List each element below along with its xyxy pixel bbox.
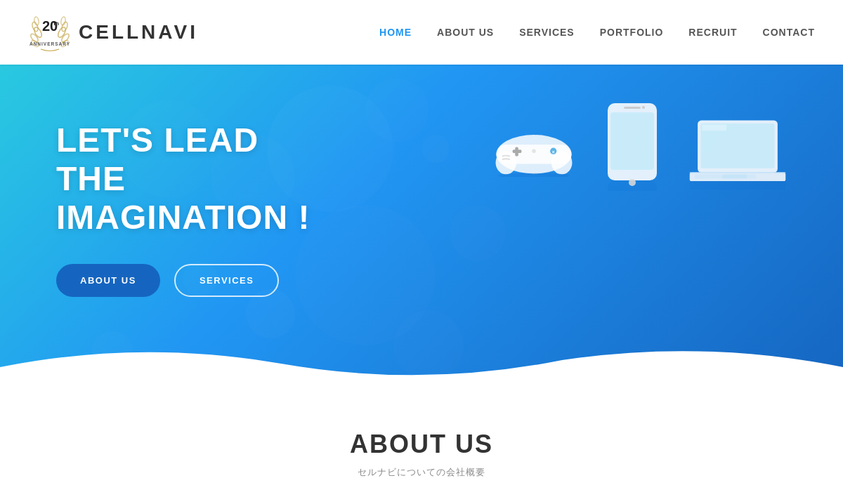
logo-badge: 20 th ANNIVERSARY [28, 7, 72, 58]
logo-area: 20 th ANNIVERSARY CELLNAVI [28, 7, 198, 58]
nav-home[interactable]: HOME [379, 27, 412, 38]
logo-name: CELLNAVI [79, 21, 198, 44]
svg-point-21 [532, 149, 536, 153]
svg-rect-34 [722, 174, 747, 178]
about-title: ABOUT US [28, 430, 815, 459]
hero-devices: × [492, 100, 787, 191]
svg-rect-26 [624, 107, 641, 109]
svg-text:ANNIVERSARY: ANNIVERSARY [30, 41, 70, 46]
main-nav: HOME ABOUT US SERVICES PORTFOLIO RECRUIT… [379, 27, 815, 38]
hero-buttons: ABOUT US SERVICES [56, 264, 843, 297]
services-button[interactable]: SERVICES [174, 264, 280, 297]
svg-rect-24 [610, 112, 654, 170]
nav-recruit[interactable]: RECRUIT [688, 27, 737, 38]
gamepad-icon: × [492, 119, 576, 177]
about-subtitle: セルナビについての会社概要 [28, 466, 815, 479]
about-section: ABOUT US セルナビについての会社概要 [0, 394, 843, 493]
svg-text:th: th [53, 20, 59, 27]
header: 20 th ANNIVERSARY CELLNAVI HOME ABOUT US… [0, 0, 843, 65]
svg-point-27 [642, 106, 645, 109]
hero-headline: LET'S LEAD THE IMAGINATION ! [56, 121, 393, 237]
svg-rect-28 [608, 180, 657, 191]
hero-section: LET'S LEAD THE IMAGINATION ! ABOUT US SE… [0, 65, 843, 394]
svg-rect-36 [690, 181, 786, 190]
nav-about[interactable]: ABOUT US [437, 27, 494, 38]
phone-icon [604, 100, 660, 191]
svg-rect-35 [690, 172, 786, 174]
nav-portfolio[interactable]: PORTFOLIO [600, 27, 664, 38]
svg-rect-20 [515, 147, 518, 157]
laptop-icon [688, 117, 787, 191]
about-us-button[interactable]: ABOUT US [56, 264, 160, 297]
nav-contact[interactable]: CONTACT [763, 27, 815, 38]
svg-text:×: × [552, 149, 555, 155]
svg-point-15 [496, 151, 517, 174]
hero-wave [0, 339, 843, 394]
nav-services[interactable]: SERVICES [519, 27, 575, 38]
svg-rect-31 [702, 125, 726, 131]
